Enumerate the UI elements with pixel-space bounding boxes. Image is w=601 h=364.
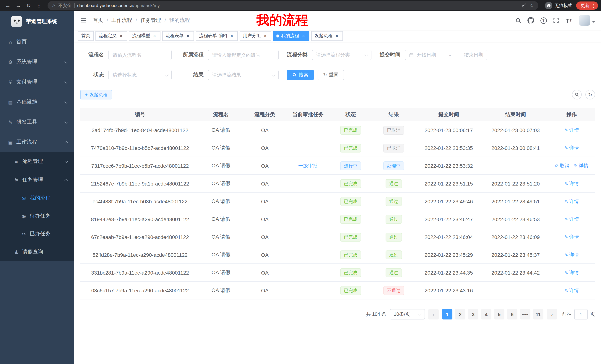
sidebar-item[interactable]: ✉我的流程	[0, 189, 74, 207]
cell-process-name: OA 请假	[200, 264, 242, 281]
sidebar-item[interactable]: ◉待办任务	[0, 207, 74, 225]
pagination-page[interactable]: 1	[442, 309, 452, 319]
help-icon[interactable]: ?	[538, 14, 549, 27]
sidebar: 芋道管理系统 ⌂首页⚙系统管理¥支付管理▤基础设施✎研发工具▣工作流程≡流程管理…	[0, 11, 74, 364]
sidebar-item[interactable]: ✂已办任务	[0, 225, 74, 243]
process-name-input[interactable]	[109, 50, 172, 60]
home-icon: ⌂	[7, 39, 13, 45]
bookmark-star-icon[interactable]: ☆	[530, 3, 534, 8]
sidebar-item[interactable]: ¥支付管理	[0, 72, 74, 92]
chevron-down-icon	[365, 52, 368, 56]
tab-item[interactable]: 发起流程×	[311, 31, 343, 41]
tab-item[interactable]: 流程表单×	[162, 31, 194, 41]
result-select[interactable]: 请选择流结果	[208, 70, 279, 80]
tab-item[interactable]: 用户分组×	[240, 31, 271, 41]
browser-forward-icon[interactable]: →	[13, 1, 23, 10]
browser-home-icon[interactable]: ⌂	[34, 1, 44, 10]
address-bar[interactable]: ⚠ 不安全 dashboard.yudao.iocoder.cn/bpm/tas…	[48, 1, 538, 10]
toggle-search-icon[interactable]	[572, 90, 582, 99]
page-size-select[interactable]: 10条/页	[390, 309, 425, 319]
pagination-page[interactable]: 5	[494, 309, 504, 319]
create-process-button[interactable]: + 发起流程	[80, 90, 112, 99]
process-definition-input[interactable]	[208, 50, 279, 60]
header-search-icon[interactable]	[512, 14, 524, 27]
cell-end-time	[483, 157, 548, 175]
tab-item[interactable]: 流程定义×	[95, 31, 127, 41]
tab-item[interactable]: 首页	[78, 31, 94, 41]
breadcrumb: 首页 / 工作流程 / 任务管理 / 我的流程	[93, 17, 190, 24]
sidebar-item[interactable]: ≡流程管理	[0, 152, 74, 171]
detail-action-link[interactable]: ✎详情	[564, 198, 579, 205]
detail-action-link[interactable]: ✎详情	[564, 144, 579, 151]
password-key-icon[interactable]	[522, 3, 527, 8]
update-button[interactable]: 更新 ⋮	[576, 1, 598, 10]
browser-back-icon[interactable]: ←	[3, 1, 13, 10]
security-label[interactable]: 不安全	[58, 2, 72, 9]
sidebar-item[interactable]: ⚑任务管理	[0, 171, 74, 189]
pagination-ellipsis[interactable]: •••	[520, 309, 531, 319]
close-icon[interactable]: ×	[301, 33, 306, 38]
sidebar-item[interactable]: ⌂首页	[0, 32, 74, 52]
breadcrumb-item[interactable]: 首页	[93, 17, 103, 24]
sidebar-toggle-button[interactable]	[80, 17, 87, 24]
status-select[interactable]: 请选择状态	[109, 70, 172, 80]
detail-action-link[interactable]: ✎详情	[564, 269, 579, 276]
detail-action-link[interactable]: ✎详情	[564, 234, 579, 240]
detail-action-link[interactable]: ✎详情	[574, 162, 588, 169]
close-icon[interactable]: ×	[334, 33, 340, 38]
filter-item-result: 结果 请选择流结果	[180, 70, 279, 80]
pagination-next-button[interactable]: ›	[547, 309, 557, 319]
pagination-page[interactable]: 4	[481, 309, 491, 319]
cancel-action-link[interactable]: ⊘取消	[555, 162, 570, 169]
column-header: 编号	[80, 108, 200, 121]
tab-item[interactable]: 流程模型×	[129, 31, 160, 41]
font-size-icon[interactable]: TT	[563, 14, 575, 27]
detail-action-link[interactable]: ✎详情	[564, 216, 579, 222]
sidebar-item[interactable]: ⚙系统管理	[0, 52, 74, 72]
browser-reload-icon[interactable]: ↻	[24, 1, 33, 10]
pagination-page[interactable]: 6	[507, 309, 517, 319]
github-icon[interactable]	[525, 14, 537, 27]
detail-action-link[interactable]: ✎详情	[564, 251, 579, 258]
refresh-table-icon[interactable]: ↻	[585, 90, 595, 99]
pagination-prev-button[interactable]: ‹	[428, 309, 439, 319]
close-icon[interactable]: ×	[152, 33, 157, 38]
goto-page-input[interactable]	[574, 309, 588, 319]
sidebar-item-label: 首页	[16, 38, 68, 45]
search-button[interactable]: 搜索	[287, 70, 314, 80]
detail-action-link[interactable]: ✎详情	[564, 127, 579, 133]
sidebar-item[interactable]: ✎研发工具	[0, 112, 74, 132]
fullscreen-icon[interactable]	[550, 14, 562, 27]
calendar-icon	[409, 52, 414, 57]
pagination-page[interactable]: 2	[455, 309, 465, 319]
table-row: 819442e8-7b9a-11ec-a290-acde48001122OA 请…	[80, 210, 595, 228]
tab-item[interactable]: 我的流程×	[273, 31, 310, 41]
tab-item[interactable]: 流程表单-编辑×	[196, 31, 238, 41]
detail-action-link[interactable]: ✎详情	[564, 180, 579, 187]
sidebar-item[interactable]: ▤基础设施	[0, 92, 74, 112]
cell-result: 通过	[373, 246, 415, 264]
sidebar-item-label: 待办任务	[30, 213, 68, 219]
cell-id: 03c6c157-7b9a-11ec-a290-acde48001122	[80, 281, 200, 299]
submit-time-range-picker[interactable]: 开始日期 - 结束日期	[405, 50, 487, 60]
detail-action-link[interactable]: ✎详情	[564, 287, 579, 294]
category-select[interactable]: 请选择流程分类	[312, 50, 371, 60]
status-tag: 已完成	[340, 215, 361, 224]
date-end-placeholder: 结束日期	[464, 52, 483, 58]
cell-id: ec45f38f-7b9a-11ec-b03b-acde48001122	[80, 192, 200, 210]
cell-submit-time: 2022-01-22 23:44:35	[415, 264, 483, 281]
pagination-page[interactable]: 11	[533, 309, 543, 319]
sidebar-item[interactable]: ♟请假查询	[0, 243, 74, 261]
cell-end-time	[483, 281, 548, 299]
close-icon[interactable]: ×	[185, 33, 190, 38]
close-icon[interactable]: ×	[229, 33, 234, 38]
reset-button[interactable]: ↻ 重置	[318, 70, 344, 80]
pagination-page[interactable]: 3	[468, 309, 478, 319]
close-icon[interactable]: ×	[263, 33, 268, 38]
user-menu[interactable]	[579, 15, 595, 26]
current-task-link[interactable]: 一级审批	[298, 163, 318, 168]
browser-menu-icon[interactable]: ⋮	[591, 3, 596, 8]
cell-category: OA	[242, 228, 288, 246]
sidebar-item[interactable]: ▣工作流程	[0, 132, 74, 152]
close-icon[interactable]: ×	[119, 33, 124, 38]
